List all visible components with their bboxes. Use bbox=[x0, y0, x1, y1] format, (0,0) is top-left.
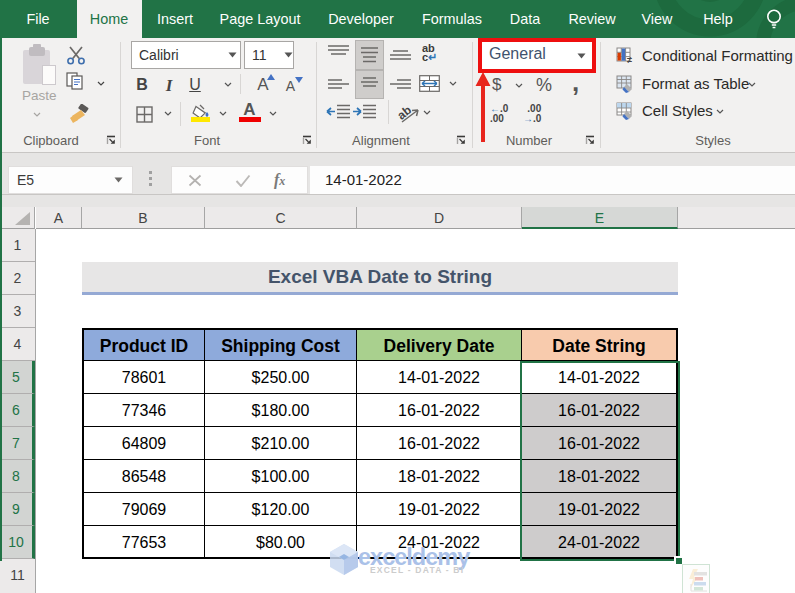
svg-text:≠: ≠ bbox=[627, 55, 632, 64]
